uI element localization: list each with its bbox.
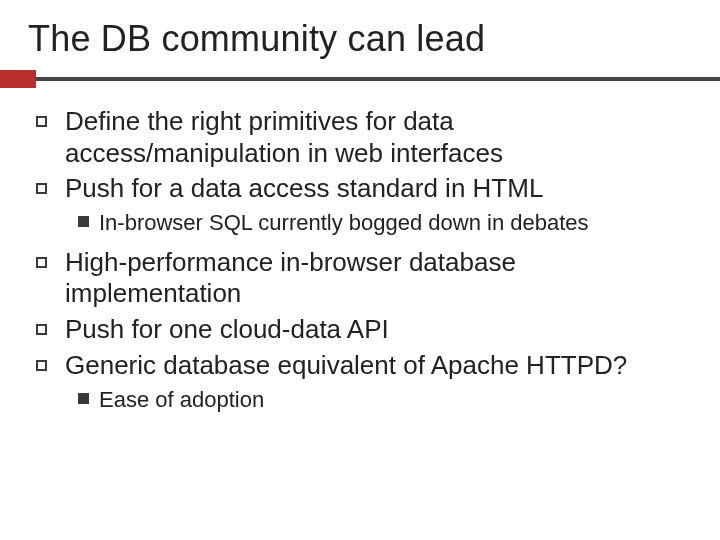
square-bullet-icon — [36, 324, 47, 335]
filled-square-bullet-icon — [78, 393, 89, 404]
list-item: Generic database equivalent of Apache HT… — [36, 350, 692, 382]
list-item: High-performance in-browser database imp… — [36, 247, 692, 310]
list-item: Ease of adoption — [78, 386, 692, 414]
list-item: Push for one cloud-data API — [36, 314, 692, 346]
list-item-text: High-performance in-browser database imp… — [65, 247, 692, 310]
horizontal-rule — [36, 77, 720, 81]
page-title: The DB community can lead — [28, 18, 692, 60]
square-bullet-icon — [36, 257, 47, 268]
square-bullet-icon — [36, 360, 47, 371]
list-item-text: Push for a data access standard in HTML — [65, 173, 543, 205]
list-item-text: Ease of adoption — [99, 386, 264, 414]
list-item-text: In-browser SQL currently bogged down in … — [99, 209, 589, 237]
list-item-text: Define the right primitives for data acc… — [65, 106, 692, 169]
sub-list: In-browser SQL currently bogged down in … — [78, 209, 692, 237]
title-rule — [0, 70, 720, 88]
filled-square-bullet-icon — [78, 216, 89, 227]
list-item-text: Generic database equivalent of Apache HT… — [65, 350, 627, 382]
list-item: Push for a data access standard in HTML — [36, 173, 692, 205]
list-item: Define the right primitives for data acc… — [36, 106, 692, 169]
square-bullet-icon — [36, 116, 47, 127]
list-item-text: Push for one cloud-data API — [65, 314, 389, 346]
bullet-list: Define the right primitives for data acc… — [36, 106, 692, 413]
square-bullet-icon — [36, 183, 47, 194]
list-item: In-browser SQL currently bogged down in … — [78, 209, 692, 237]
slide: The DB community can lead Define the rig… — [0, 0, 720, 540]
accent-block — [0, 70, 36, 88]
sub-list: Ease of adoption — [78, 386, 692, 414]
